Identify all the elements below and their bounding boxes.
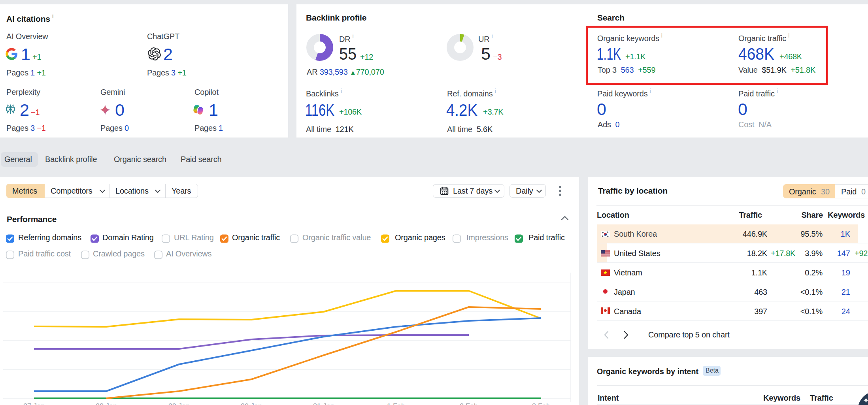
svg-text:0: 0 [597, 100, 606, 118]
svg-text:2 Feb: 2 Feb [460, 402, 478, 405]
svg-text:30 Jan: 30 Jan [241, 402, 262, 405]
svg-text:1 Feb: 1 Feb [387, 402, 405, 405]
svg-text:3 Feb: 3 Feb [532, 402, 550, 405]
svg-text:28 Jan: 28 Jan [96, 402, 117, 405]
svg-text:29 Jan: 29 Jan [168, 402, 190, 405]
svg-text:0: 0 [738, 100, 747, 118]
svg-text:27 Jan: 27 Jan [23, 402, 45, 405]
svg-text:1.1K: 1.1K [597, 44, 621, 63]
svg-text:468K: 468K [738, 44, 774, 63]
svg-text:31 Jan: 31 Jan [313, 402, 334, 405]
svg-text:Organic keywords by intent: Organic keywords by intent [597, 367, 698, 376]
